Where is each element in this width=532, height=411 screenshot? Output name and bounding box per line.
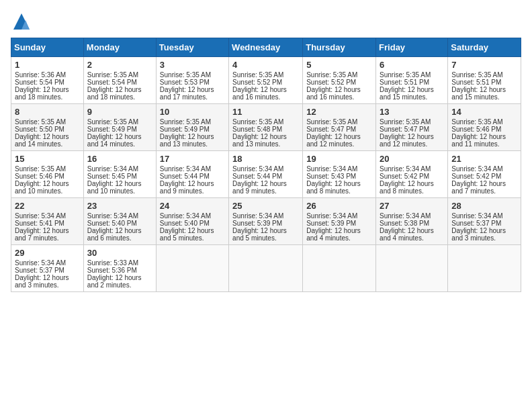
daylight-text: Daylight: 12 hours and 15 minutes. xyxy=(380,86,444,101)
sunset-text: Sunset: 5:37 PM xyxy=(451,220,517,227)
calendar-cell: 3Sunrise: 5:35 AMSunset: 5:53 PMDaylight… xyxy=(156,57,228,104)
sunrise-text: Sunrise: 5:34 AM xyxy=(15,259,80,267)
sunrise-text: Sunrise: 5:34 AM xyxy=(15,212,80,220)
sunset-text: Sunset: 5:41 PM xyxy=(15,220,80,227)
calendar-cell: 13Sunrise: 5:35 AMSunset: 5:47 PMDayligh… xyxy=(376,104,448,151)
sunset-text: Sunset: 5:53 PM xyxy=(160,79,225,86)
daylight-text: Daylight: 12 hours and 8 minutes. xyxy=(306,180,372,195)
sunrise-text: Sunrise: 5:34 AM xyxy=(160,212,225,220)
calendar-cell: 23Sunrise: 5:34 AMSunset: 5:40 PMDayligh… xyxy=(83,198,156,245)
sunrise-text: Sunrise: 5:34 AM xyxy=(380,212,444,220)
sunset-text: Sunset: 5:48 PM xyxy=(232,126,299,133)
calendar-cell: 2Sunrise: 5:35 AMSunset: 5:54 PMDaylight… xyxy=(83,57,156,104)
day-number: 19 xyxy=(306,154,372,164)
sunrise-text: Sunrise: 5:34 AM xyxy=(451,212,517,220)
sunrise-text: Sunrise: 5:35 AM xyxy=(451,71,517,79)
weekday-header-monday: Monday xyxy=(83,38,156,57)
day-number: 25 xyxy=(232,201,299,211)
calendar-cell xyxy=(303,245,376,292)
day-number: 14 xyxy=(451,107,517,117)
calendar-cell: 20Sunrise: 5:34 AMSunset: 5:42 PMDayligh… xyxy=(376,151,448,198)
day-number: 29 xyxy=(15,248,80,258)
calendar-cell: 21Sunrise: 5:34 AMSunset: 5:42 PMDayligh… xyxy=(448,151,521,198)
sunrise-text: Sunrise: 5:34 AM xyxy=(380,165,444,173)
calendar-cell: 22Sunrise: 5:34 AMSunset: 5:41 PMDayligh… xyxy=(11,198,84,245)
sunset-text: Sunset: 5:36 PM xyxy=(87,267,152,274)
sunrise-text: Sunrise: 5:35 AM xyxy=(232,71,299,79)
daylight-text: Daylight: 12 hours and 3 minutes. xyxy=(15,274,80,289)
sunrise-text: Sunrise: 5:35 AM xyxy=(160,71,225,79)
calendar-week-row: 8Sunrise: 5:35 AMSunset: 5:50 PMDaylight… xyxy=(11,104,521,151)
sunrise-text: Sunrise: 5:35 AM xyxy=(15,118,80,126)
calendar-week-row: 1Sunrise: 5:36 AMSunset: 5:54 PMDaylight… xyxy=(11,57,521,104)
calendar-cell: 28Sunrise: 5:34 AMSunset: 5:37 PMDayligh… xyxy=(448,198,521,245)
day-number: 3 xyxy=(160,60,225,70)
logo-icon xyxy=(11,11,32,32)
daylight-text: Daylight: 12 hours and 7 minutes. xyxy=(451,180,517,195)
daylight-text: Daylight: 12 hours and 17 minutes. xyxy=(160,86,225,101)
day-number: 7 xyxy=(451,60,517,70)
calendar-cell xyxy=(229,245,303,292)
calendar-cell: 11Sunrise: 5:35 AMSunset: 5:48 PMDayligh… xyxy=(229,104,303,151)
calendar-cell xyxy=(448,245,521,292)
calendar-cell: 16Sunrise: 5:34 AMSunset: 5:45 PMDayligh… xyxy=(83,151,156,198)
sunrise-text: Sunrise: 5:35 AM xyxy=(15,165,80,173)
daylight-text: Daylight: 12 hours and 7 minutes. xyxy=(15,227,80,242)
sunrise-text: Sunrise: 5:35 AM xyxy=(306,71,372,79)
daylight-text: Daylight: 12 hours and 9 minutes. xyxy=(232,180,299,195)
daylight-text: Daylight: 12 hours and 8 minutes. xyxy=(380,180,444,195)
sunset-text: Sunset: 5:47 PM xyxy=(380,126,444,133)
daylight-text: Daylight: 12 hours and 12 minutes. xyxy=(306,133,372,148)
sunrise-text: Sunrise: 5:33 AM xyxy=(87,259,152,267)
sunset-text: Sunset: 5:37 PM xyxy=(15,267,80,274)
sunset-text: Sunset: 5:39 PM xyxy=(306,220,372,227)
day-number: 16 xyxy=(87,154,152,164)
day-number: 8 xyxy=(15,107,80,117)
weekday-header-thursday: Thursday xyxy=(303,38,376,57)
page-header xyxy=(11,11,521,32)
day-number: 6 xyxy=(380,60,444,70)
sunrise-text: Sunrise: 5:34 AM xyxy=(232,165,299,173)
weekday-header-sunday: Sunday xyxy=(11,38,84,57)
daylight-text: Daylight: 12 hours and 14 minutes. xyxy=(87,133,152,148)
sunset-text: Sunset: 5:49 PM xyxy=(160,126,225,133)
sunset-text: Sunset: 5:38 PM xyxy=(380,220,444,227)
daylight-text: Daylight: 12 hours and 4 minutes. xyxy=(306,227,372,242)
daylight-text: Daylight: 12 hours and 10 minutes. xyxy=(87,180,152,195)
sunset-text: Sunset: 5:51 PM xyxy=(451,79,517,86)
calendar-cell: 5Sunrise: 5:35 AMSunset: 5:52 PMDaylight… xyxy=(303,57,376,104)
day-number: 18 xyxy=(232,154,299,164)
daylight-text: Daylight: 12 hours and 5 minutes. xyxy=(232,227,299,242)
daylight-text: Daylight: 12 hours and 16 minutes. xyxy=(306,86,372,101)
sunset-text: Sunset: 5:52 PM xyxy=(306,79,372,86)
daylight-text: Daylight: 12 hours and 9 minutes. xyxy=(160,180,225,195)
calendar-cell: 8Sunrise: 5:35 AMSunset: 5:50 PMDaylight… xyxy=(11,104,84,151)
weekday-header-tuesday: Tuesday xyxy=(156,38,228,57)
calendar-cell: 7Sunrise: 5:35 AMSunset: 5:51 PMDaylight… xyxy=(448,57,521,104)
day-number: 22 xyxy=(15,201,80,211)
sunrise-text: Sunrise: 5:34 AM xyxy=(160,165,225,173)
weekday-header-friday: Friday xyxy=(376,38,448,57)
day-number: 10 xyxy=(160,107,225,117)
day-number: 1 xyxy=(15,60,80,70)
day-number: 24 xyxy=(160,201,225,211)
daylight-text: Daylight: 12 hours and 6 minutes. xyxy=(87,227,152,242)
sunrise-text: Sunrise: 5:35 AM xyxy=(380,71,444,79)
sunset-text: Sunset: 5:49 PM xyxy=(87,126,152,133)
calendar-cell: 24Sunrise: 5:34 AMSunset: 5:40 PMDayligh… xyxy=(156,198,228,245)
sunset-text: Sunset: 5:42 PM xyxy=(380,173,444,180)
sunset-text: Sunset: 5:40 PM xyxy=(87,220,152,227)
daylight-text: Daylight: 12 hours and 12 minutes. xyxy=(380,133,444,148)
sunset-text: Sunset: 5:40 PM xyxy=(160,220,225,227)
daylight-text: Daylight: 12 hours and 2 minutes. xyxy=(87,274,152,289)
sunrise-text: Sunrise: 5:36 AM xyxy=(15,71,80,79)
daylight-text: Daylight: 12 hours and 10 minutes. xyxy=(15,180,80,195)
calendar-cell: 26Sunrise: 5:34 AMSunset: 5:39 PMDayligh… xyxy=(303,198,376,245)
sunset-text: Sunset: 5:46 PM xyxy=(451,126,517,133)
calendar-week-row: 22Sunrise: 5:34 AMSunset: 5:41 PMDayligh… xyxy=(11,198,521,245)
weekday-header-saturday: Saturday xyxy=(448,38,521,57)
calendar-cell: 25Sunrise: 5:34 AMSunset: 5:39 PMDayligh… xyxy=(229,198,303,245)
calendar-cell: 17Sunrise: 5:34 AMSunset: 5:44 PMDayligh… xyxy=(156,151,228,198)
sunset-text: Sunset: 5:54 PM xyxy=(87,79,152,86)
day-number: 23 xyxy=(87,201,152,211)
